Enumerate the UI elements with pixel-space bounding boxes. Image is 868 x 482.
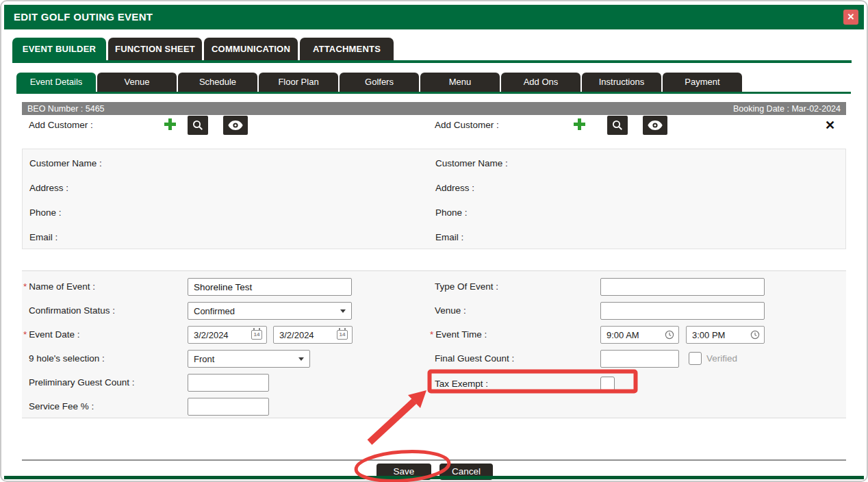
verified-checkbox[interactable] [689,352,702,365]
plus-icon [164,118,176,130]
search-icon [611,119,624,131]
calendar-icon: 14 [337,330,348,340]
confirmation-status-dropdown[interactable]: Confirmed [188,302,352,320]
add-customer-label-right: Add Customer : [435,120,499,130]
subtab-menu[interactable]: Menu [420,73,500,92]
venue-input[interactable] [600,302,765,320]
required-marker: * [23,329,27,340]
tab-communication[interactable]: COMMUNICATION [204,38,298,60]
customer-name-label-left: Customer Name : [29,158,102,168]
subtab-instructions[interactable]: Instructions [582,73,661,92]
event-time-from-picker[interactable]: 9:00 AM [600,326,679,344]
confirmation-status-label: Confirmation Status : [29,302,115,320]
close-window-button[interactable]: ✕ [843,10,858,25]
remove-customer-pane-button[interactable]: ✕ [825,118,835,132]
main-tab-bar: EVENT BUILDER FUNCTION SHEET COMMUNICATI… [12,38,394,60]
view-customer-button-right[interactable] [643,116,667,135]
view-customer-button-left[interactable] [223,116,248,135]
final-guest-count-label: Final Guest Count : [435,350,514,368]
title-bar: EDIT GOLF OUTING EVENT ✕ [4,5,864,29]
required-marker: * [23,281,27,292]
event-date-label: *Event Date : [23,326,80,344]
preliminary-guest-count-label: Preliminary Guest Count : [29,374,135,392]
type-of-event-input[interactable] [600,278,765,296]
search-icon [192,119,204,131]
event-date-from-value: 3/2/2024 [194,330,229,340]
subtab-schedule[interactable]: Schedule [178,73,257,92]
plus-icon [574,118,585,130]
event-date-to-picker[interactable]: 3/2/2024 14 [273,326,353,344]
phone-label-right: Phone : [435,207,468,218]
booking-date: Booking Date : Mar-02-2024 [733,104,841,114]
bottom-green-strip [4,476,864,479]
event-time-to-value: 3:00 PM [692,330,725,340]
edit-golf-outing-event-window: EDIT GOLF OUTING EVENT ✕ EVENT BUILDER F… [0,0,868,482]
event-date-to-value: 3/2/2024 [279,330,314,340]
name-of-event-input[interactable] [188,278,352,296]
add-customer-label-left: Add Customer : [29,120,93,130]
venue-label: Venue : [435,302,466,320]
customer-name-label-right: Customer Name : [435,158,508,168]
customer-info-panel: Customer Name : Address : Phone : Email … [22,149,846,249]
tab-event-builder[interactable]: EVENT BUILDER [12,38,106,60]
calendar-icon: 14 [251,330,262,340]
tax-exempt-label: Tax Exempt : [435,375,488,393]
subtab-venue[interactable]: Venue [97,73,177,92]
search-customer-button-right[interactable] [607,116,628,135]
subtab-golfers[interactable]: Golfers [340,73,419,92]
search-customer-button-left[interactable] [188,116,208,135]
eye-icon [648,120,663,130]
add-customer-button-right[interactable] [574,118,585,133]
email-label-left: Email : [29,232,58,242]
phone-label-left: Phone : [29,207,62,218]
nine-holes-select[interactable]: Front [188,350,310,368]
verified-label: Verified [706,350,737,368]
footer-divider [22,459,846,461]
chevron-down-icon [298,357,304,361]
nine-holes-label: 9 hole's selection : [29,350,105,368]
nine-holes-value: Front [194,354,214,364]
event-form-panel: *Name of Event : Confirmation Status : C… [22,270,846,418]
type-of-event-label: Type Of Event : [435,278,498,296]
event-time-to-picker[interactable]: 3:00 PM [686,326,765,344]
close-icon: ✕ [825,118,835,132]
beo-number: BEO Number : 5465 [27,104,105,114]
tab-attachments[interactable]: ATTACHMENTS [300,38,394,60]
page-title: EDIT GOLF OUTING EVENT [14,5,153,29]
address-label-right: Address : [435,183,474,193]
event-date-from-picker[interactable]: 3/2/2024 14 [188,326,267,344]
service-fee-label: Service Fee % : [29,398,94,416]
main-tab-underline [12,60,852,63]
modal-frame: EDIT GOLF OUTING EVENT ✕ EVENT BUILDER F… [0,0,868,482]
preliminary-guest-count-input[interactable] [188,374,269,392]
add-customer-button-left[interactable] [164,118,176,133]
eye-icon [228,120,243,130]
subtab-payment[interactable]: Payment [663,73,742,92]
close-icon: ✕ [847,12,855,22]
subtab-add-ons[interactable]: Add Ons [501,73,580,92]
sub-tab-bar: Event Details Venue Schedule Floor Plan … [16,73,742,92]
clock-icon [750,330,760,340]
name-of-event-label: *Name of Event : [23,278,95,296]
tax-exempt-checkbox[interactable] [600,377,615,391]
subtab-floor-plan[interactable]: Floor Plan [259,73,338,92]
chevron-down-icon [340,309,346,313]
info-bar: BEO Number : 5465 Booking Date : Mar-02-… [22,102,846,115]
final-guest-count-input[interactable] [600,350,679,368]
event-time-label: *Event Time : [430,326,487,344]
event-time-from-value: 9:00 AM [607,330,639,340]
email-label-right: Email : [435,232,463,242]
sub-tab-underline [16,92,851,94]
subtab-event-details[interactable]: Event Details [16,73,96,92]
tab-function-sheet[interactable]: FUNCTION SHEET [108,38,202,60]
confirmation-status-value: Confirmed [194,306,235,316]
clock-icon [665,330,674,340]
required-marker: * [430,329,433,340]
address-label-left: Address : [29,183,68,193]
service-fee-input[interactable] [188,398,269,416]
